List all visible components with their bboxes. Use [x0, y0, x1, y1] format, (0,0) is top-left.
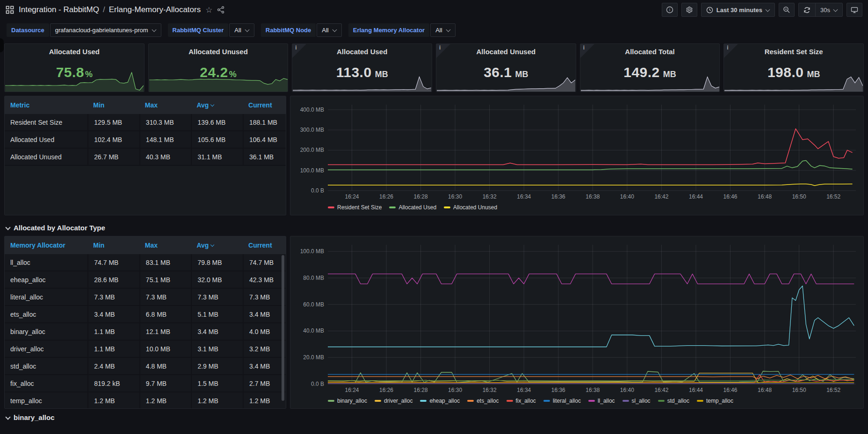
table-row: Allocated Used102.4 MB148.1 MB105.6 MB10…	[5, 131, 286, 149]
table-header-avg[interactable]: Avg	[191, 101, 243, 109]
svg-text:16:38: 16:38	[586, 387, 600, 393]
table-cell: eheap_alloc	[5, 276, 87, 284]
stat-title: Allocated Used	[337, 48, 387, 56]
table-header-min[interactable]: Min	[87, 242, 139, 249]
legend-item-ets_alloc[interactable]: ets_alloc	[467, 398, 499, 404]
dashboards-grid-icon[interactable]	[6, 6, 14, 14]
legend-item-fix_alloc[interactable]: fix_alloc	[506, 398, 536, 404]
table-cell: 32.0 MB	[191, 271, 243, 288]
svg-text:0.0 B: 0.0 B	[311, 187, 324, 194]
table-cell: 7.3 MB	[243, 289, 286, 305]
legend-item-binary_alloc[interactable]: binary_alloc	[328, 398, 367, 404]
table-header-metric[interactable]: Metric	[5, 101, 87, 109]
table-cell: 3.4 MB	[243, 358, 286, 374]
star-icon[interactable]: ☆	[205, 5, 212, 15]
legend-item-eheap_alloc[interactable]: eheap_alloc	[420, 398, 460, 404]
legend-color-mark	[658, 400, 665, 402]
stat-panel-allocated-unused: iAllocated Unused36.1 MB	[436, 43, 576, 92]
table-header-current[interactable]: Current	[243, 101, 286, 109]
panel-info-corner-icon[interactable]: i	[580, 44, 594, 58]
table-cell: 148.1 MB	[139, 131, 191, 148]
table-cell: 1.5 MB	[191, 375, 243, 391]
panel-info-corner-icon[interactable]: i	[292, 44, 306, 58]
tv-mode-button[interactable]	[846, 3, 862, 17]
time-range-picker[interactable]: Last 30 minutes	[702, 3, 774, 16]
stat-value: 75.8%	[5, 64, 144, 80]
svg-text:16:50: 16:50	[792, 193, 806, 200]
breadcrumb-folder[interactable]: Integration - RabbitMQ	[19, 5, 99, 14]
share-icon[interactable]	[217, 6, 224, 14]
table-cell: std_alloc	[5, 363, 87, 370]
table-header-memory-allocator[interactable]: Memory Allocator	[5, 242, 87, 249]
table-cell: Resident Set Size	[5, 119, 87, 126]
panel-info-corner-icon[interactable]: i	[724, 44, 738, 58]
datasource-filter-dropdown[interactable]: grafanacloud-gabrielantunes-prom	[50, 23, 161, 37]
stat-panels-row: Allocated Used75.8%Allocated Unused24.2%…	[4, 43, 864, 92]
panel-info-corner-icon[interactable]: i	[436, 44, 450, 58]
legend-label: sl_alloc	[632, 398, 651, 404]
legend-color-mark	[375, 400, 381, 402]
table-cell: 3.4 MB	[191, 323, 243, 340]
refresh-interval-picker[interactable]: 30s	[815, 3, 842, 16]
refresh-button[interactable]	[799, 3, 815, 16]
clock-icon	[706, 7, 713, 14]
table-cell: 12.1 MB	[139, 323, 191, 340]
legend-item-ll_alloc[interactable]: ll_alloc	[588, 398, 615, 404]
svg-text:16:46: 16:46	[723, 387, 738, 393]
svg-text:16:42: 16:42	[654, 193, 668, 200]
table-row: eheap_alloc28.6 MB75.1 MB32.0 MB42.3 MB	[5, 271, 286, 289]
table-cell: 31.1 MB	[191, 149, 243, 165]
table-header-max[interactable]: Max	[139, 101, 191, 109]
allocators-timeseries-panel: 0.0 B20.0 MB40.0 MB60.0 MB80.0 MB100.0 M…	[290, 236, 864, 409]
svg-text:i: i	[669, 7, 670, 12]
table-cell: 83.1 MB	[139, 254, 191, 270]
data-table: MetricMinMaxAvgCurrentResident Set Size1…	[5, 96, 286, 215]
table-cell: 4.0 MB	[243, 323, 286, 340]
table-row: driver_alloc1.1 MB10.0 MB3.1 MB3.2 MB	[5, 341, 286, 358]
table-header-min[interactable]: Min	[87, 101, 139, 109]
panel-info-button[interactable]: i	[662, 3, 678, 17]
table-cell: 1.2 MB	[87, 392, 139, 409]
chart-plot-area[interactable]: 0.0 B20.0 MB40.0 MB60.0 MB80.0 MB100.0 M…	[292, 240, 860, 395]
allocator-filter-dropdown[interactable]: All	[430, 23, 455, 37]
table-cell: 6.8 MB	[139, 306, 191, 322]
legend-label: std_alloc	[667, 398, 689, 404]
table-cell: 102.4 MB	[87, 131, 139, 148]
breadcrumb-dashboard[interactable]: Erlang-Memory-Allocators	[109, 5, 201, 14]
stat-title: Allocated Unused	[188, 48, 248, 56]
table-scrollbar[interactable]	[282, 255, 284, 401]
table-cell: 7.3 MB	[139, 289, 191, 305]
chart-plot-area[interactable]: 0.0 B100.0 MB200.0 MB300.0 MB400.0 MB16:…	[292, 100, 860, 202]
datasource-filter-label: Datasource	[7, 23, 49, 37]
legend-label: ll_alloc	[598, 398, 615, 404]
table-row: literal_alloc7.3 MB7.3 MB7.3 MB7.3 MB	[5, 289, 286, 306]
table-cell: 3.4 MB	[243, 306, 286, 322]
table-header-current[interactable]: Current	[243, 242, 286, 249]
series-line-eheap_alloc	[328, 286, 854, 347]
legend-item-sl_alloc[interactable]: sl_alloc	[622, 398, 651, 404]
legend-item-literal_alloc[interactable]: literal_alloc	[543, 398, 581, 404]
section-allocated-by-type[interactable]: Allocated by Allocator Type	[4, 219, 864, 236]
table-header-avg[interactable]: Avg	[191, 242, 243, 249]
legend-item-driver_alloc[interactable]: driver_alloc	[375, 398, 412, 404]
section-binary-alloc[interactable]: binary_alloc	[4, 409, 864, 426]
legend-item-std_alloc[interactable]: std_alloc	[658, 398, 689, 404]
svg-text:16:32: 16:32	[483, 193, 497, 200]
table-cell: 7.3 MB	[191, 289, 243, 305]
legend-item-resident-set-size[interactable]: Resident Set Size	[328, 204, 382, 211]
chevron-down-icon	[833, 8, 838, 12]
chevron-down-icon	[333, 28, 337, 32]
svg-text:16:26: 16:26	[379, 387, 393, 393]
chevron-down-icon	[766, 8, 770, 12]
zoom-out-button[interactable]	[779, 3, 795, 17]
settings-gear-icon[interactable]	[681, 3, 697, 17]
table-cell: 139.6 MB	[191, 114, 243, 130]
sidebar-edge-notch[interactable]	[0, 38, 4, 52]
node-filter-dropdown[interactable]: All	[317, 23, 341, 37]
sort-desc-icon	[211, 103, 215, 107]
cluster-filter-dropdown[interactable]: All	[229, 23, 254, 37]
legend-item-temp_alloc[interactable]: temp_alloc	[697, 398, 733, 404]
legend-item-allocated-used[interactable]: Allocated Used	[389, 204, 436, 211]
table-header-max[interactable]: Max	[139, 242, 191, 249]
legend-item-allocated-unused[interactable]: Allocated Unused	[444, 204, 497, 211]
